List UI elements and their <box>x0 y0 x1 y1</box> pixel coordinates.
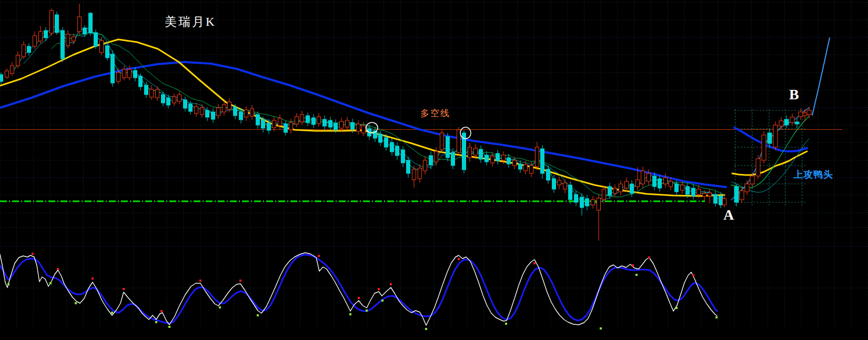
point-b-label: B <box>789 86 799 103</box>
kline-chart-canvas[interactable] <box>0 0 868 340</box>
inset-moving-averages <box>731 108 809 200</box>
trading-chart-window: 美瑞月K 多空线 上攻鸭头 B A <box>0 0 868 340</box>
inset-candlestick-series <box>734 107 811 207</box>
bull-bear-line-label: 多空线 <box>420 107 450 119</box>
chart-title: 美瑞月K <box>165 14 216 30</box>
point-a-label: A <box>723 207 734 223</box>
projection-line <box>812 38 830 115</box>
candlestick-series <box>0 4 726 241</box>
oscillator-pane <box>0 253 718 330</box>
duck-head-label: 上攻鸭头 <box>793 168 833 181</box>
